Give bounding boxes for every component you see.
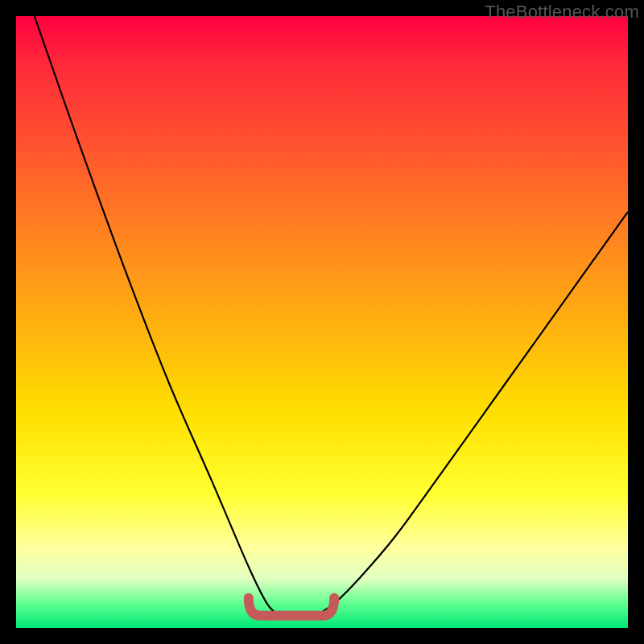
right-curve <box>316 212 628 616</box>
optimal-range-band <box>249 598 334 616</box>
left-curve <box>35 16 279 616</box>
plot-area <box>16 16 628 628</box>
chart-frame: TheBottleneck.com <box>0 0 644 644</box>
curve-layer <box>16 16 628 628</box>
watermark-text: TheBottleneck.com <box>485 2 639 23</box>
